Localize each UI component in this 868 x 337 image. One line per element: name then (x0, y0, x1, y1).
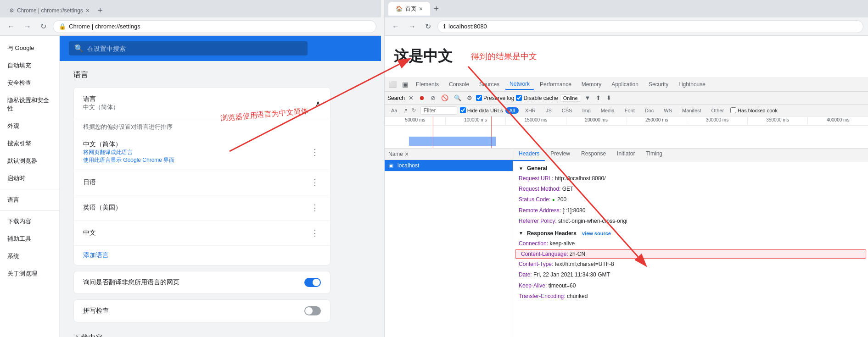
mark-5: 300000 ms (687, 117, 747, 124)
lang-menu-2[interactable]: ⋮ (309, 201, 321, 215)
home-tab-close[interactable]: × (419, 5, 423, 12)
sidebar-item-system[interactable]: 系统 (0, 248, 59, 265)
dt-tab-lighthouse[interactable]: Lighthouse (674, 79, 710, 89)
general-row-4: Referrer Policy: strict-origin-when-cros… (513, 216, 868, 227)
sidebar-item-appearance[interactable]: 外观 (0, 117, 59, 135)
address-box-left[interactable]: 🔒 Chrome | chrome://settings (53, 20, 376, 33)
response-row-1-highlighted: Content-Language: zh-CN (515, 249, 866, 259)
devtools-inspect-btn[interactable]: ▣ (400, 79, 410, 89)
name-column-header: Name (388, 151, 403, 157)
import-btn[interactable]: ⬆ (594, 94, 603, 102)
settings-tab-close[interactable]: × (86, 7, 90, 14)
filter-doc[interactable]: Doc (641, 107, 658, 114)
view-source-link[interactable]: view source (582, 231, 611, 236)
home-tab[interactable]: 🏠 首页 × (388, 2, 430, 16)
back-button-left[interactable]: ← (5, 21, 17, 33)
search-close-btn[interactable]: ✕ (407, 94, 415, 102)
annotation-result-text: 得到的结果是中文 (471, 51, 537, 62)
general-section-title: ▼ General (513, 161, 868, 173)
devtools-main: Name × ▣ localhost Headers Preview Respo… (385, 149, 868, 337)
dt-tab-elements[interactable]: Elements (411, 79, 443, 89)
filter-js[interactable]: JS (542, 107, 555, 114)
blocked-cookies-checkbox[interactable]: Has blocked cook (730, 107, 778, 113)
filter-font[interactable]: Font (621, 107, 638, 114)
tab-headers[interactable]: Headers (513, 149, 545, 161)
request-row-localhost[interactable]: ▣ localhost (385, 160, 513, 171)
dt-tab-security[interactable]: Security (644, 79, 673, 89)
lang-menu-0[interactable]: ⋮ (309, 145, 321, 159)
lang-menu-1[interactable]: ⋮ (309, 176, 321, 189)
record-btn[interactable]: ⏺ (417, 94, 427, 102)
online-badge[interactable]: Online (560, 94, 581, 102)
tab-response[interactable]: Response (576, 149, 611, 161)
lang-action-translate-0[interactable]: 将网页翻译成此语言 (83, 149, 174, 156)
requests-close-btn[interactable]: × (405, 150, 409, 158)
sidebar-item-search[interactable]: 搜索引擎 (0, 135, 59, 152)
sidebar-item-download[interactable]: 下载内容 (0, 213, 59, 230)
new-tab-button[interactable]: + (96, 4, 105, 17)
export-btn[interactable]: ⬇ (605, 94, 613, 102)
settings-tab-icon: ⚙ (9, 7, 14, 14)
back-button-right[interactable]: ← (389, 21, 402, 33)
sidebar-item-startup[interactable]: 启动时 (0, 170, 59, 187)
search-wrapper[interactable]: 🔍 (69, 41, 308, 55)
search-input[interactable] (87, 45, 302, 52)
forward-button-right[interactable]: → (406, 21, 419, 33)
add-language-btn[interactable]: 添加语言 (74, 246, 330, 265)
devtools-cursor-btn[interactable]: ⬜ (386, 79, 399, 89)
filter-input[interactable] (420, 106, 457, 115)
throttle-btn[interactable]: ▼ (583, 94, 593, 102)
dt-tab-performance[interactable]: Performance (535, 79, 576, 89)
filter-ws[interactable]: WS (660, 107, 676, 114)
clear-btn[interactable]: 🚫 (439, 94, 450, 102)
filter-media[interactable]: Media (597, 107, 618, 114)
hide-data-urls-checkbox[interactable]: Hide data URLs (460, 107, 503, 113)
dt-tab-application[interactable]: Application (607, 79, 643, 89)
sidebar-item-default-browser[interactable]: 默认浏览器 (0, 152, 59, 170)
settings-tab[interactable]: ⚙ Chrome | chrome://settings × (3, 4, 96, 17)
dt-tab-console[interactable]: Console (444, 79, 474, 89)
translate-toggle[interactable] (304, 278, 321, 287)
filter-img[interactable]: Img (578, 107, 594, 114)
requests-header: Name × (385, 149, 513, 160)
tab-preview[interactable]: Preview (545, 149, 576, 161)
left-panel: ⚙ Chrome | chrome://settings × + ← → ↻ 🔒… (0, 0, 381, 337)
new-tab-button-right[interactable]: + (432, 2, 441, 16)
refresh-button-left[interactable]: ↻ (38, 20, 49, 33)
sidebar-item-accessibility[interactable]: 辅助工具 (0, 230, 59, 248)
section-title-language: 语言 (73, 70, 367, 80)
filter-refresh-btn[interactable]: ↻ (410, 106, 418, 114)
sidebar-item-google[interactable]: 与 Google (0, 39, 59, 57)
forward-button-left[interactable]: → (21, 21, 34, 33)
request-type-icon: ▣ (388, 162, 395, 169)
headers-panel: Headers Preview Response Initiator Timin… (513, 149, 868, 337)
settings-btn[interactable]: ⚙ (465, 94, 474, 102)
sidebar-item-autofill[interactable]: 自动填充 (0, 57, 59, 74)
preserve-log-checkbox[interactable]: Preserve log (476, 95, 514, 101)
sidebar-item-privacy[interactable]: 隐私设置和安全性 (0, 92, 59, 117)
sidebar-item-safety[interactable]: 安全检查 (0, 74, 59, 92)
stop-btn[interactable]: ⊘ (429, 94, 437, 102)
filter-css[interactable]: CSS (558, 107, 576, 114)
filter-xhr[interactable]: XHR (521, 107, 539, 114)
tab-timing[interactable]: Timing (640, 149, 668, 161)
filter-aa[interactable]: Aa (387, 107, 401, 114)
refresh-button-right[interactable]: ↻ (422, 20, 434, 33)
filter-row: Aa .* ↻ Hide data URLs All XHR JS CSS Im… (385, 105, 868, 116)
lang-menu-3[interactable]: ⋮ (309, 226, 321, 240)
disable-cache-checkbox[interactable]: Disable cache (516, 95, 558, 101)
spell-toggle[interactable] (304, 306, 321, 315)
dt-tab-memory[interactable]: Memory (577, 79, 606, 89)
info-icon: ℹ (443, 23, 446, 30)
filter-all[interactable]: All (505, 107, 518, 114)
filter-btn[interactable]: 🔍 (452, 94, 463, 102)
filter-manifest[interactable]: Manifest (678, 107, 705, 114)
address-box-right[interactable]: ℹ localhost:8080 (437, 20, 863, 33)
sidebar-item-language[interactable]: 语言 (0, 191, 59, 209)
tab-initiator[interactable]: Initiator (611, 149, 640, 161)
filter-other[interactable]: Other (708, 107, 728, 114)
collapse-icon[interactable]: ∧ (315, 99, 321, 108)
dt-tab-sources[interactable]: Sources (475, 79, 504, 89)
dt-tab-network[interactable]: Network (505, 79, 534, 90)
sidebar-item-about[interactable]: 关于浏览理 (0, 265, 59, 282)
